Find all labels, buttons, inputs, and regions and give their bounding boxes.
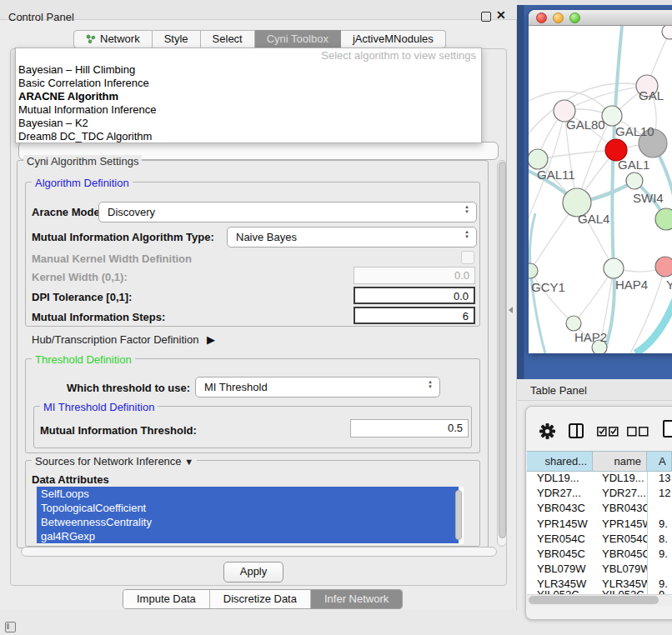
mi-type-select[interactable]: Naive Bayes ▲▼ (227, 227, 477, 248)
float-window-icon[interactable] (481, 12, 491, 22)
tab-style[interactable]: Style (153, 30, 201, 48)
threshold-definition-title: Threshold Definition (32, 353, 135, 366)
gear-icon[interactable] (539, 423, 555, 439)
new-document-icon[interactable] (663, 420, 672, 438)
cell (647, 502, 672, 517)
cell: YBR043C (527, 502, 593, 517)
tab-style-label: Style (164, 30, 188, 48)
table-row[interactable]: YPR145WYPR145W9. (527, 518, 672, 532)
node-label: SWI4 (633, 191, 664, 205)
window-zoom-traffic-icon[interactable] (569, 12, 580, 23)
node-swi4[interactable] (626, 172, 643, 189)
list-item[interactable]: BetweennessCentrality (37, 515, 459, 529)
column-header-shared[interactable]: shared... (527, 451, 593, 472)
hub-definition-expander[interactable]: Hub/Transcription Factor Definition ▶ (32, 333, 215, 346)
table-row[interactable]: YBL079WYBL079W (527, 562, 672, 578)
network-nodes (529, 26, 672, 353)
which-threshold-label: Which threshold to use: (32, 382, 190, 394)
network-window-titlebar[interactable] (529, 10, 672, 26)
node-hap4[interactable] (604, 258, 624, 278)
kernel-width-field[interactable]: 0.0 (354, 267, 475, 284)
sources-group-title[interactable]: Sources for Network Inference ▼ (32, 455, 197, 468)
control-panel-titlebar (0, 0, 517, 20)
table-row[interactable]: YDR27...YDR27...12 (527, 487, 672, 502)
table-row[interactable]: YER054CYER054C8. (527, 532, 672, 548)
deselect-all-checkboxes-icon[interactable] (627, 427, 649, 437)
mi-threshold-label: Mutual Information Threshold: (40, 424, 197, 437)
list-scrollbar[interactable] (455, 490, 462, 540)
dpi-tolerance-field[interactable]: 0.0 (354, 287, 475, 304)
manual-kernel-label: Manual Kernel Width Definition (32, 252, 192, 265)
node-gcy1[interactable] (529, 263, 538, 278)
table-hscroll-thumb[interactable] (529, 596, 659, 604)
tab-impute-data[interactable]: Impute Data (123, 590, 210, 608)
cell: YBR045C (593, 548, 647, 562)
tab-select-label: Select (213, 30, 243, 48)
node-gal11[interactable] (529, 149, 548, 169)
cell: YDR27... (527, 487, 593, 502)
cell: YBL079W (593, 562, 647, 578)
dropdown-item[interactable]: Dream8 DC_TDC Algorithm (16, 130, 481, 143)
tab-infer-network[interactable]: Infer Network (311, 590, 402, 608)
which-threshold-select[interactable]: MI Threshold ▲▼ (195, 377, 440, 398)
aracne-mode-label: Aracne Mode: (32, 206, 103, 218)
panel-corner-icon[interactable] (5, 622, 16, 632)
table-panel-title: Table Panel (530, 384, 587, 397)
tab-network-label: Network (100, 30, 140, 48)
node-pink-right[interactable] (655, 257, 672, 277)
tab-network[interactable]: Network (73, 30, 153, 48)
kernel-width-label: Kernel Width (0,1): (32, 271, 128, 283)
close-icon[interactable]: ✕ (496, 8, 506, 22)
tab-discretize-data[interactable]: Discretize Data (210, 590, 311, 608)
expand-right-icon: ▶ (207, 333, 215, 346)
stepper-icon: ▲▼ (464, 229, 469, 239)
mi-steps-field[interactable]: 6 (354, 307, 475, 324)
node-partial-topright[interactable] (662, 26, 672, 39)
which-threshold-value: MI Threshold (204, 381, 268, 393)
window-close-traffic-icon[interactable] (536, 12, 547, 23)
splitter-collapse-icon[interactable] (509, 307, 513, 313)
dropdown-item[interactable]: Bayesian – K2 (16, 117, 481, 130)
mi-threshold-field[interactable]: 0.5 (350, 419, 469, 438)
aracne-mode-select[interactable]: Discovery ▲▼ (98, 202, 477, 222)
collapse-down-icon: ▼ (184, 457, 193, 467)
dropdown-item-selected[interactable]: ARACNE Algorithm (16, 90, 481, 103)
mi-threshold-group-title: MI Threshold Definition (40, 401, 158, 413)
cell: YBL079W (527, 562, 593, 578)
dropdown-item[interactable]: Mutual Information Inference (16, 103, 481, 117)
manual-kernel-checkbox[interactable] (461, 251, 474, 264)
split-columns-icon[interactable] (569, 423, 584, 438)
dropdown-item[interactable]: Basic Correlation Inference (16, 77, 481, 90)
tab-select[interactable]: Select (201, 30, 255, 48)
cell: YPR145W (527, 518, 593, 532)
column-header-partial[interactable]: A (647, 451, 672, 472)
network-edges (529, 26, 672, 353)
tab-cyni-toolbox[interactable]: Cyni Toolbox (255, 30, 341, 48)
table-row[interactable]: YDL19...YDL19...13 (527, 472, 672, 487)
tab-jactivemnodules[interactable]: jActiveMNodules (341, 30, 446, 48)
hub-definition-label: Hub/Transcription Factor Definition (32, 333, 198, 346)
dropdown-item[interactable]: Bayesian – Hill Climbing (16, 63, 481, 77)
list-item[interactable]: TopologicalCoefficient (37, 501, 459, 515)
column-header-name[interactable]: name (593, 451, 647, 472)
node-green-right[interactable] (655, 208, 672, 230)
node-label: GAL10 (615, 124, 654, 138)
mi-type-label: Mutual Information Algorithm Type: (32, 231, 214, 243)
network-canvas[interactable]: GAL GAL80 GAL10 GAL1 GAL11 SWI4 GAL4 GCY… (529, 26, 672, 353)
node-label: GAL1 (618, 158, 649, 172)
apply-button[interactable]: Apply (223, 562, 283, 582)
settings-hscroll[interactable] (21, 547, 497, 557)
list-item[interactable]: SelfLoops (37, 487, 459, 501)
list-item[interactable]: gal4RGexp (37, 529, 459, 543)
table-row[interactable]: YBR045CYBR045C9. (527, 548, 672, 562)
table-row[interactable]: YBR043CYBR043C (527, 502, 672, 517)
data-attributes-list[interactable]: SelfLoops TopologicalCoefficient Between… (37, 487, 464, 544)
algorithm-definition-title: Algorithm Definition (32, 177, 133, 189)
sources-title-label: Sources for Network Inference (35, 455, 182, 468)
select-all-checkboxes-icon[interactable] (597, 427, 619, 437)
node-hap2[interactable] (566, 316, 581, 331)
node-label: GAL80 (566, 118, 605, 132)
window-minimize-traffic-icon[interactable] (553, 12, 564, 23)
data-attributes-label: Data Attributes (32, 473, 109, 486)
settings-vscroll-thumb[interactable] (499, 162, 506, 538)
